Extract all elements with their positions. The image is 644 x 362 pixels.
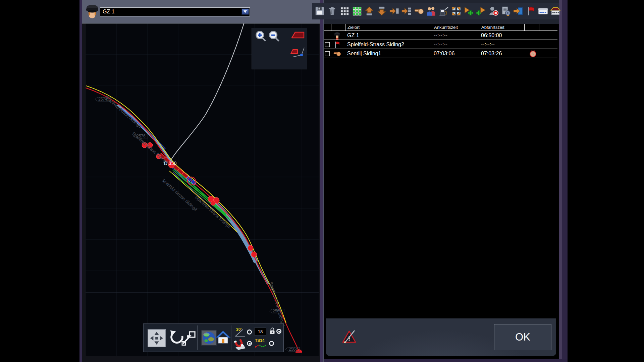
remove-driver-button[interactable] xyxy=(488,6,498,16)
passengers-button[interactable] xyxy=(426,6,436,16)
track-map-canvas: Spielfeld-Strass Siding6 Spielfeld-Stras… xyxy=(86,23,319,356)
assign-train-button[interactable] xyxy=(513,6,523,16)
move-up-button[interactable] xyxy=(364,6,374,16)
depot-button[interactable] xyxy=(550,6,560,16)
flag-button[interactable] xyxy=(526,6,536,16)
header-ankunftszeit[interactable]: Ankunftszeit xyxy=(432,24,479,31)
window-frame-bottom xyxy=(320,359,568,362)
globe-icon[interactable] xyxy=(201,330,217,346)
driver-select-value: GZ 1 xyxy=(103,9,115,14)
cell-abfahrtszeit: 07:03:26 xyxy=(481,49,524,58)
save-button[interactable] xyxy=(315,6,325,16)
toolbar-divider xyxy=(197,325,198,350)
lock-radio[interactable] xyxy=(276,329,281,334)
row-checkbox[interactable] xyxy=(325,42,330,47)
red-flag-icon xyxy=(333,41,341,49)
train-shape-icon[interactable] xyxy=(291,31,305,39)
grid-plain-button[interactable] xyxy=(339,6,350,16)
driver-avatar-icon xyxy=(333,32,341,40)
ok-button[interactable]: OK xyxy=(494,324,551,350)
add-before-button[interactable] xyxy=(476,6,486,16)
pan-tool-button[interactable] xyxy=(148,329,166,347)
header-zielort[interactable]: Zielort xyxy=(345,24,432,31)
angle-snap-radio[interactable] xyxy=(247,329,252,335)
track-map[interactable]: Spielfeld-Strass Siding6 Spielfeld-Stras… xyxy=(86,23,319,356)
header-icon-col xyxy=(331,24,345,31)
schedule-table-header: Zielort Ankunftszeit Abfahrtszeit xyxy=(324,24,557,31)
cell-zielort: Sentilj Siding1 xyxy=(347,49,431,58)
svg-text:30°: 30° xyxy=(236,327,242,332)
pan-arrows-icon xyxy=(148,330,165,347)
header-extra2 xyxy=(539,24,557,31)
train-route-icon[interactable] xyxy=(289,46,306,59)
insert-list-button[interactable] xyxy=(401,6,412,16)
window-frame-left xyxy=(79,0,82,362)
footer-panel: ! OK xyxy=(326,318,556,356)
cell-zielort: Spielfeld-Strass Siding2 xyxy=(347,40,431,49)
signal-label: TS14 xyxy=(255,338,265,343)
marker-label: 2576 xyxy=(137,134,146,138)
zoom-level-value[interactable]: 18 xyxy=(254,327,266,336)
window-frame-right-inner xyxy=(559,0,562,362)
cell-ankunftszeit: 07:03:06 xyxy=(434,49,479,58)
table-row[interactable]: Spielfeld-Strass Siding2 --:--:-- --:--:… xyxy=(324,40,557,49)
driver-select[interactable]: GZ 1 xyxy=(100,7,250,16)
driver-avatar-icon xyxy=(85,3,100,22)
zoom-in-icon[interactable] xyxy=(255,30,267,43)
lock-icon[interactable] xyxy=(269,327,276,336)
pointing-hand-icon xyxy=(333,50,341,58)
main-toolbar xyxy=(312,3,559,19)
add-after-button[interactable] xyxy=(464,6,474,16)
platform-button[interactable] xyxy=(538,6,548,16)
row-checkbox[interactable] xyxy=(325,51,330,56)
alarm-clock-icon xyxy=(529,50,537,58)
marker-label: 2574 xyxy=(98,97,107,102)
magnet-icon[interactable] xyxy=(233,339,246,350)
map-panel: GZ 1 xyxy=(82,0,320,362)
jump-to-object-icon[interactable] xyxy=(181,331,196,346)
cell-ankunftszeit: --:--:-- xyxy=(434,40,479,49)
grid-green-button[interactable] xyxy=(352,6,362,16)
map-panel-topbar: GZ 1 xyxy=(82,0,320,23)
fit-view-button[interactable] xyxy=(451,6,461,16)
cell-zielort: GZ 1 xyxy=(347,31,431,40)
marker-label: 2564 xyxy=(289,347,298,352)
cell-ankunftszeit: --:--:-- xyxy=(434,31,479,40)
delete-button[interactable] xyxy=(327,6,337,16)
home-icon[interactable] xyxy=(215,329,231,346)
chevron-down-icon[interactable] xyxy=(241,8,249,15)
table-row[interactable]: GZ 1 --:--:-- 06:50:00 xyxy=(324,31,557,40)
magnet-radio[interactable] xyxy=(247,341,252,346)
header-extra1 xyxy=(524,24,539,31)
zoom-out-icon[interactable] xyxy=(268,30,281,43)
insert-right-button[interactable] xyxy=(389,6,399,16)
hand-pointer-button[interactable] xyxy=(414,6,424,16)
schedule-settings-button[interactable] xyxy=(501,6,511,16)
window-frame-right-outer xyxy=(562,0,568,362)
cell-abfahrtszeit: 06:50:00 xyxy=(481,31,524,40)
signal-branch-icon xyxy=(255,344,266,348)
toolbar-divider xyxy=(231,325,231,350)
header-select-col xyxy=(324,24,331,31)
header-abfahrtszeit[interactable]: Abfahrtszeit xyxy=(479,24,524,31)
fuel-pump-button[interactable] xyxy=(439,6,449,16)
map-zoom-panel xyxy=(252,28,307,69)
train-label: D 350 xyxy=(164,161,177,166)
map-navigation-toolbar: 30° 18 TS14 xyxy=(143,323,284,352)
move-down-button[interactable] xyxy=(377,6,387,16)
signal-radio[interactable] xyxy=(269,341,274,346)
warning-icon: ! xyxy=(342,330,358,344)
schedule-table: Zielort Ankunftszeit Abfahrtszeit GZ 1 -… xyxy=(324,24,557,315)
table-row[interactable]: Sentilj Siding1 07:03:06 07:03:26 xyxy=(324,49,557,58)
cell-abfahrtszeit: --:--:-- xyxy=(481,40,524,49)
marker-label: 2566 xyxy=(273,309,282,313)
angle-snap-icon[interactable]: 30° xyxy=(234,327,246,338)
ok-button-label: OK xyxy=(515,331,530,343)
